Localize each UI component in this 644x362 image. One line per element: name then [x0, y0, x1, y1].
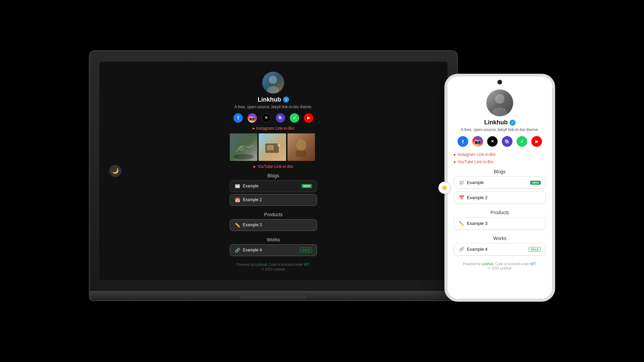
mit-link-laptop[interactable]: MIT — [304, 263, 309, 266]
facebook-icon-phone[interactable]: f — [458, 136, 468, 147]
social-icons-phone: f 📷 ✕ 🐘 ✓ ▶ — [458, 136, 542, 147]
instagram-icon-phone[interactable]: 📷 — [472, 136, 483, 147]
laptop-page-content: 🌙 — [99, 62, 448, 281]
mastodon-icon-phone[interactable]: 🐘 — [502, 136, 513, 147]
example-3-label-phone: Example 3 — [467, 221, 487, 226]
social-icons-laptop: f 📷 ✕ 🐘 ✓ ▶ — [233, 113, 313, 123]
example-2-label-laptop: Example 2 — [243, 197, 262, 202]
example-2-btn-phone[interactable]: 📅 Example 2 — [454, 191, 546, 204]
example-4-badge-laptop: SALE — [300, 248, 312, 252]
example-4-btn-phone[interactable]: 🔗 Example 4 SALE — [454, 243, 546, 255]
youtube-icon-phone[interactable]: ▶ — [531, 136, 542, 147]
blogs-section-label-laptop: Blogs — [267, 173, 279, 178]
copyright-phone: © 2023 Linkhub — [488, 266, 512, 270]
laptop-screen: 🌙 — [99, 62, 448, 281]
phone-device: ☀️ — [444, 74, 555, 302]
svg-point-4 — [233, 154, 254, 160]
youtube-icon-laptop[interactable]: ▶ — [304, 113, 313, 123]
example-1-label-phone: Example — [467, 180, 484, 185]
instagram-image-1-laptop[interactable] — [230, 133, 257, 161]
instagram-collapsible-laptop[interactable]: Instagram Link-in-Bio — [253, 126, 294, 131]
phone-camera — [497, 80, 502, 84]
facebook-icon-laptop[interactable]: f — [233, 113, 243, 123]
youtube-collapsible-laptop[interactable]: YouTube Link-in-Bio — [254, 164, 293, 169]
phone-screen: Linkhub ✓ A free, open-source Jekyll lin… — [447, 86, 552, 299]
avatar-phone — [486, 89, 513, 116]
theme-toggle-laptop[interactable]: 🌙 — [109, 165, 121, 177]
theme-toggle-phone[interactable]: ☀️ — [438, 182, 450, 194]
mastodon-icon-laptop[interactable]: 🐘 — [276, 113, 285, 123]
mit-link-phone[interactable]: MIT — [530, 262, 536, 266]
example-1-btn-phone[interactable]: 📰 Example NEW — [454, 176, 546, 189]
svg-point-14 — [495, 94, 504, 104]
laptop-trackpad[interactable] — [240, 293, 307, 299]
svg-rect-12 — [296, 150, 307, 157]
example-1-badge-phone: NEW — [530, 181, 541, 185]
verified-badge-phone: ✓ — [509, 120, 516, 126]
example-3-btn-phone[interactable]: ✏️ Example 3 — [454, 217, 546, 230]
twitter-icon-laptop[interactable]: ✕ — [262, 113, 271, 123]
profile-name-text-phone: Linkhub — [484, 119, 508, 126]
example-4-badge-phone: SALE — [529, 247, 541, 252]
phone-notch — [447, 76, 552, 86]
linkhub-link-phone[interactable]: Linkhub — [482, 262, 493, 266]
instagram-image-2-laptop[interactable] — [259, 133, 286, 161]
example-4-label-laptop: Example 4 — [243, 248, 262, 252]
laptop-body: 🌙 — [89, 50, 458, 292]
example-1-badge-laptop: NEW — [302, 184, 312, 188]
verified-badge-laptop: ✓ — [283, 97, 289, 103]
youtube-collapsible-phone[interactable]: YouTube Link-in-Bio — [454, 160, 493, 164]
example-1-label-laptop: Example — [243, 184, 259, 188]
bio-laptop: A free, open-source Jekyll link-in-bio t… — [234, 105, 313, 109]
bio-phone: A free, open-source Jekyll link-in-bio t… — [461, 127, 539, 132]
whatsapp-icon-phone[interactable]: ✓ — [517, 136, 527, 147]
copyright-laptop: © 2023 Linkhub — [262, 267, 285, 271]
svg-rect-8 — [267, 145, 274, 150]
profile-name-text-laptop: Linkhub — [258, 96, 281, 103]
instagram-grid-laptop — [230, 133, 317, 161]
works-section-label-laptop: Works — [267, 237, 280, 242]
profile-name-phone: Linkhub ✓ — [484, 119, 516, 126]
example-3-label-laptop: Example 3 — [243, 223, 262, 227]
profile-name-laptop: Linkhub ✓ — [258, 96, 289, 103]
products-section-label-phone: Products — [490, 210, 509, 215]
example-2-label-phone: Example 2 — [467, 195, 487, 200]
example-4-icon-laptop: 🔗 — [235, 248, 240, 253]
twitter-icon-phone[interactable]: ✕ — [487, 136, 498, 147]
svg-point-9 — [277, 144, 280, 146]
example-4-label-phone: Example 4 — [467, 247, 487, 252]
example-2-btn-laptop[interactable]: 📅 Example 2 — [230, 194, 317, 206]
svg-point-1 — [269, 76, 277, 84]
instagram-collapsible-phone[interactable]: Instagram Link-in-Bio — [454, 152, 495, 157]
laptop-base — [89, 292, 458, 301]
svg-point-11 — [296, 139, 306, 151]
example-4-btn-laptop[interactable]: 🔗 Example 4 SALE — [230, 244, 317, 256]
example-1-icon-laptop: 📰 — [235, 184, 240, 189]
example-1-icon-phone: 📰 — [459, 180, 464, 185]
instagram-image-3-laptop[interactable] — [287, 133, 315, 161]
blogs-section-label-phone: Blogs — [494, 169, 505, 174]
phone-body: Linkhub ✓ A free, open-source Jekyll lin… — [444, 74, 555, 302]
example-3-btn-laptop[interactable]: ✏️ Example 3 — [230, 219, 317, 231]
example-3-icon-phone: ✏️ — [459, 221, 464, 226]
laptop-device: 🌙 — [89, 50, 458, 312]
example-1-btn-laptop[interactable]: 📰 Example NEW — [230, 180, 317, 192]
instagram-icon-laptop[interactable]: 📷 — [248, 113, 257, 123]
powered-by-phone: Powered by Linkhub. Code is licensed und… — [463, 262, 537, 266]
svg-point-5 — [239, 146, 244, 151]
powered-by-laptop: Powered by Linkhub. Code is licensed und… — [236, 263, 310, 266]
linkhub-link-laptop[interactable]: Linkhub — [255, 263, 267, 266]
products-section-label-laptop: Products — [264, 212, 282, 217]
whatsapp-icon-laptop[interactable]: ✓ — [290, 113, 299, 123]
example-2-icon-phone: 📅 — [459, 195, 464, 200]
works-section-label-phone: Works — [493, 236, 506, 241]
avatar-laptop — [262, 72, 284, 94]
example-3-icon-laptop: ✏️ — [235, 223, 240, 228]
example-2-icon-laptop: 📅 — [235, 197, 240, 202]
example-4-icon-phone: 🔗 — [459, 247, 464, 252]
